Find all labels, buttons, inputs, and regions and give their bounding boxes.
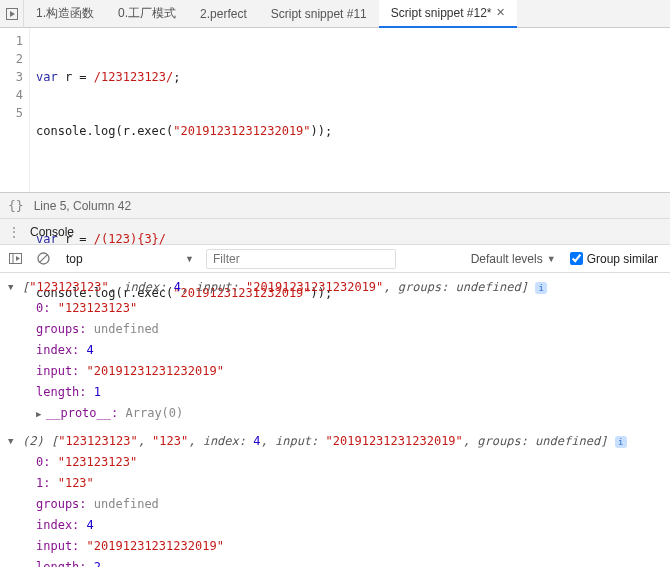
object-property[interactable]: ▶__proto__: Array(0): [0, 403, 670, 425]
console-tab-label[interactable]: Console: [30, 225, 74, 239]
brackets-icon: {}: [8, 198, 24, 213]
tab-perfect[interactable]: 2.perfect: [188, 0, 259, 28]
expand-icon[interactable]: ▼: [8, 433, 18, 450]
context-value: top: [66, 252, 83, 266]
more-icon[interactable]: ⋮: [8, 225, 20, 239]
group-similar-checkbox[interactable]: Group similar: [570, 252, 658, 266]
log-entry[interactable]: ▼ (2) ["123123123", "123", index: 4, inp…: [0, 431, 670, 452]
svg-marker-4: [16, 256, 20, 261]
tab-bar: 1.构造函数 0.工厂模式 2.perfect Script snippet #…: [0, 0, 670, 28]
tab-constructor[interactable]: 1.构造函数: [24, 0, 106, 28]
tab-label: 2.perfect: [200, 7, 247, 21]
object-property[interactable]: length: 1: [0, 382, 670, 403]
object-property[interactable]: input: "20191231231232019": [0, 361, 670, 382]
context-selector[interactable]: top ▼: [60, 250, 200, 268]
object-property[interactable]: index: 4: [0, 340, 670, 361]
svg-marker-1: [10, 11, 15, 17]
levels-label: Default levels: [471, 252, 543, 266]
info-icon[interactable]: i: [535, 282, 547, 294]
code-editor[interactable]: 1 2 3 4 5 var r = /123123123/; console.l…: [0, 28, 670, 193]
tab-snippet-12[interactable]: Script snippet #12* ✕: [379, 0, 517, 28]
code-area[interactable]: var r = /123123123/; console.log(r.exec(…: [30, 28, 670, 192]
tab-label: 1.构造函数: [36, 5, 94, 22]
object-property[interactable]: 1: "123": [0, 473, 670, 494]
object-property[interactable]: index: 4: [0, 515, 670, 536]
clear-console-icon[interactable]: [32, 248, 54, 270]
cursor-position: Line 5, Column 42: [34, 199, 131, 213]
sidebar-toggle-icon[interactable]: [4, 248, 26, 270]
tab-label: 0.工厂模式: [118, 5, 176, 22]
chevron-down-icon: ▼: [547, 254, 556, 264]
tab-factory[interactable]: 0.工厂模式: [106, 0, 188, 28]
expand-icon[interactable]: ▼: [8, 279, 18, 296]
group-similar-label: Group similar: [587, 252, 658, 266]
tab-label: Script snippet #11: [271, 7, 367, 21]
object-property[interactable]: 0: "123123123": [0, 452, 670, 473]
tab-label: Script snippet #12*: [391, 6, 492, 20]
run-button[interactable]: [0, 0, 24, 28]
object-property[interactable]: groups: undefined: [0, 494, 670, 515]
chevron-down-icon: ▼: [185, 254, 194, 264]
line-numbers: 1 2 3 4 5: [0, 28, 30, 192]
expand-icon[interactable]: ▶: [36, 406, 46, 423]
group-similar-input[interactable]: [570, 252, 583, 265]
info-icon[interactable]: i: [615, 436, 627, 448]
close-icon[interactable]: ✕: [496, 6, 505, 19]
filter-input[interactable]: [206, 249, 396, 269]
object-property[interactable]: input: "20191231231232019": [0, 536, 670, 557]
object-property[interactable]: length: 2: [0, 557, 670, 567]
log-levels-selector[interactable]: Default levels ▼: [471, 252, 556, 266]
tab-snippet-11[interactable]: Script snippet #11: [259, 0, 379, 28]
svg-line-6: [39, 255, 47, 263]
